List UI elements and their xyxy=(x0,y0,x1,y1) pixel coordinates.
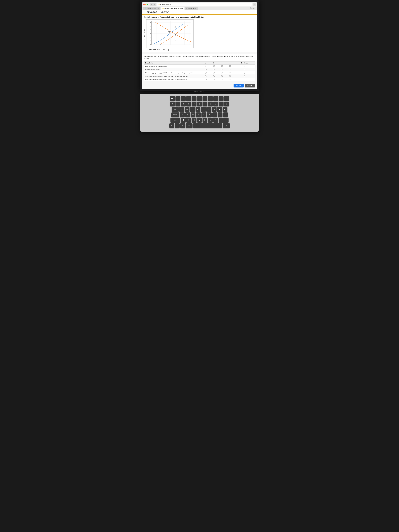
radio-a-row1[interactable] xyxy=(205,69,207,70)
key-h[interactable]: H xyxy=(207,112,212,117)
address-bar[interactable]: 🔒 ng.cengage.com xyxy=(157,3,252,6)
table-cell-a-row1[interactable] xyxy=(202,68,210,71)
table-cell-d-row1[interactable] xyxy=(226,68,234,71)
back-button[interactable]: ‹ xyxy=(150,3,153,6)
key-f9[interactable]: ▷▷ F9 xyxy=(219,96,223,101)
radio-d-row0[interactable] xyxy=(229,65,231,67)
key-m[interactable]: M xyxy=(213,118,218,123)
radio-a-row2[interactable] xyxy=(205,72,207,74)
key-esc[interactable]: esc xyxy=(170,96,175,101)
key-tilde[interactable]: ~` xyxy=(170,101,175,106)
submit-button[interactable]: Submit xyxy=(234,84,244,88)
key-4[interactable]: $4 xyxy=(192,101,196,106)
radio-c-row4[interactable] xyxy=(221,79,223,80)
radio-a-row0[interactable] xyxy=(205,65,207,67)
key-l[interactable]: L xyxy=(223,112,228,117)
key-fn[interactable]: fn xyxy=(169,123,174,128)
key-f1[interactable]: ✦ F1 xyxy=(176,96,180,101)
key-cmd-right[interactable]: ⌘ xyxy=(223,123,230,128)
key-0[interactable]: )0 xyxy=(224,101,229,106)
key-b[interactable]: B xyxy=(203,118,207,123)
table-cell-a-row2[interactable] xyxy=(202,71,210,75)
key-f4[interactable]: Q F4 xyxy=(192,96,196,101)
table-cell-not_shown-row2[interactable] xyxy=(234,71,255,75)
radio-c-row2[interactable] xyxy=(221,72,223,74)
radio-a-row4[interactable] xyxy=(205,79,207,80)
key-option-left[interactable]: ⌥ xyxy=(180,123,185,128)
key-q[interactable]: Q xyxy=(179,107,184,112)
key-cmd-left[interactable]: ⌘ xyxy=(186,123,192,128)
radio-d-row4[interactable] xyxy=(229,79,231,80)
table-cell-a-row4[interactable] xyxy=(202,78,210,81)
radio-a-row3[interactable] xyxy=(205,75,207,77)
key-ctrl[interactable]: ^ xyxy=(175,123,180,128)
key-k[interactable]: K xyxy=(218,112,222,117)
key-2[interactable]: @2 xyxy=(181,101,186,106)
key-f8[interactable]: ▷II F8 xyxy=(213,96,218,101)
table-cell-c-row3[interactable] xyxy=(218,75,226,78)
key-f7[interactable]: ◁◁ F7 xyxy=(208,96,213,101)
radio-b-row2[interactable] xyxy=(213,72,215,74)
radio-not_shown-row3[interactable] xyxy=(244,75,245,77)
table-cell-b-row0[interactable] xyxy=(210,64,218,68)
table-cell-a-row3[interactable] xyxy=(202,75,210,78)
key-f10[interactable]: ◁ F10 xyxy=(224,96,229,101)
key-g[interactable]: G xyxy=(202,112,206,117)
radio-b-row3[interactable] xyxy=(213,75,215,77)
key-shift-left[interactable]: shift xyxy=(171,118,180,123)
table-cell-d-row0[interactable] xyxy=(226,64,234,68)
radio-c-row1[interactable] xyxy=(221,69,223,70)
key-v[interactable]: V xyxy=(197,118,202,123)
radio-b-row4[interactable] xyxy=(213,79,215,80)
table-cell-b-row2[interactable] xyxy=(210,71,218,75)
key-f5[interactable]: 🎤 F5 xyxy=(197,96,202,101)
key-a[interactable]: A xyxy=(180,112,185,117)
key-tab[interactable]: tab xyxy=(172,107,179,112)
radio-c-row0[interactable] xyxy=(221,65,223,67)
radio-d-row2[interactable] xyxy=(229,72,231,74)
key-u[interactable]: U xyxy=(212,107,216,112)
key-r[interactable]: R xyxy=(196,107,200,112)
table-cell-not_shown-row1[interactable] xyxy=(234,68,255,71)
key-s[interactable]: S xyxy=(185,112,190,117)
key-z[interactable]: Z xyxy=(181,118,186,123)
table-cell-not_shown-row3[interactable] xyxy=(234,75,255,78)
radio-d-row3[interactable] xyxy=(229,75,231,77)
key-o[interactable]: O xyxy=(223,107,227,112)
table-cell-c-row2[interactable] xyxy=(218,71,226,75)
key-6[interactable]: ^6 xyxy=(203,101,207,106)
tab-mindtap[interactable]: ✨ MindTap - Cengage Learning xyxy=(161,7,184,10)
key-c[interactable]: C xyxy=(192,118,196,123)
forward-button[interactable]: › xyxy=(153,3,156,6)
table-cell-b-row3[interactable] xyxy=(210,75,218,78)
radio-not_shown-row4[interactable] xyxy=(244,79,245,80)
radio-not_shown-row2[interactable] xyxy=(244,72,245,74)
table-cell-c-row1[interactable] xyxy=(218,68,226,71)
key-w[interactable]: W xyxy=(185,107,190,112)
radio-c-row3[interactable] xyxy=(221,75,223,77)
table-cell-b-row4[interactable] xyxy=(210,78,218,81)
tab-assignments[interactable]: E Assignments xyxy=(185,7,198,10)
key-f[interactable]: F xyxy=(196,112,201,117)
minimize-btn[interactable] xyxy=(145,4,146,5)
key-x[interactable]: X xyxy=(186,118,191,123)
radio-not_shown-row1[interactable] xyxy=(244,69,245,70)
reload-button[interactable]: ↺ xyxy=(253,3,256,6)
tab-cengage-learning[interactable]: 📚 Cengage Learning xyxy=(143,7,160,10)
key-f3[interactable]: ⊞ F3 xyxy=(186,96,191,101)
key-shift-right[interactable]: < xyxy=(219,118,228,123)
table-cell-b-row1[interactable] xyxy=(210,68,218,71)
key-e[interactable]: E xyxy=(190,107,195,112)
close-btn[interactable] xyxy=(143,4,145,5)
table-cell-a-row0[interactable] xyxy=(202,64,210,68)
table-cell-c-row4[interactable] xyxy=(218,78,226,81)
table-cell-c-row0[interactable] xyxy=(218,64,226,68)
key-space[interactable] xyxy=(193,123,222,128)
key-i[interactable]: I xyxy=(217,107,222,112)
key-j[interactable]: J xyxy=(212,112,217,117)
key-capslock[interactable]: caps lock ● xyxy=(171,112,179,117)
key-f6[interactable]: ☾ F6 xyxy=(203,96,207,101)
key-5[interactable]: %5 xyxy=(197,101,202,106)
key-3[interactable]: #3 xyxy=(186,101,191,106)
radio-not_shown-row0[interactable] xyxy=(244,65,245,67)
